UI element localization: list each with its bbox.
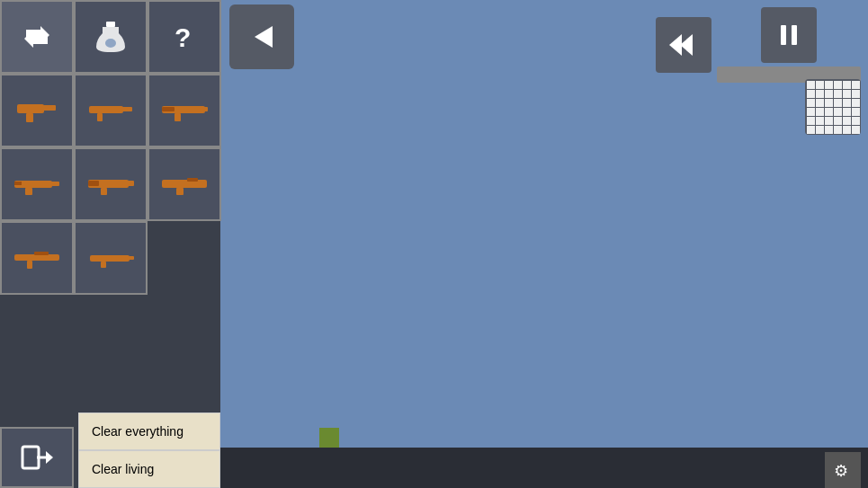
svg-marker-40 xyxy=(46,451,53,464)
svg-rect-26 xyxy=(187,178,198,182)
svg-rect-21 xyxy=(101,188,107,195)
context-menu: Clear everything Clear living xyxy=(78,413,220,488)
clear-everything-button[interactable]: Clear everything xyxy=(78,413,220,450)
svg-rect-7 xyxy=(42,105,56,111)
weapon-cell-sniper[interactable] xyxy=(0,221,74,295)
svg-rect-28 xyxy=(27,261,32,269)
top-controls xyxy=(656,7,861,83)
svg-rect-13 xyxy=(174,113,181,121)
svg-rect-30 xyxy=(90,255,130,262)
ground xyxy=(220,448,868,488)
svg-rect-11 xyxy=(89,108,98,111)
svg-rect-22 xyxy=(127,181,134,186)
shotgun-icon xyxy=(86,171,136,198)
exit-button[interactable] xyxy=(0,427,74,488)
carbine-icon xyxy=(86,244,136,271)
svg-rect-23 xyxy=(88,181,99,186)
svg-rect-6 xyxy=(26,113,33,122)
svg-rect-31 xyxy=(101,262,106,268)
svg-rect-5 xyxy=(17,104,44,113)
machinegun-icon xyxy=(13,171,62,198)
potion-icon xyxy=(94,20,128,54)
rewind-button[interactable] xyxy=(656,17,711,73)
svg-rect-36 xyxy=(781,25,786,45)
svg-rect-29 xyxy=(34,252,49,255)
weapon-cell-rifle[interactable] xyxy=(148,74,221,147)
svg-rect-9 xyxy=(97,113,103,121)
pause-icon xyxy=(774,21,803,49)
weapon-cell-pistol[interactable] xyxy=(0,74,74,147)
weapon-cell-heavyrifle[interactable] xyxy=(148,147,221,221)
toolbar: ? xyxy=(0,0,220,74)
item-button[interactable] xyxy=(74,0,148,74)
weapon-cell-shotgun[interactable] xyxy=(74,147,148,221)
svg-rect-38 xyxy=(22,447,39,468)
player-character xyxy=(319,428,339,448)
rewind-icon xyxy=(667,29,700,61)
svg-rect-19 xyxy=(14,182,22,185)
svg-rect-14 xyxy=(203,107,208,111)
svg-text:?: ? xyxy=(174,22,191,52)
clear-living-button[interactable]: Clear living xyxy=(78,450,220,488)
heavyrifle-icon xyxy=(160,171,210,198)
pause-button[interactable] xyxy=(761,7,817,63)
switch-icon xyxy=(19,19,55,55)
svg-rect-10 xyxy=(121,107,132,111)
svg-marker-34 xyxy=(680,34,693,56)
grid-icon xyxy=(807,81,860,134)
svg-text:⚙: ⚙ xyxy=(834,462,848,480)
pistol-icon xyxy=(13,97,62,124)
settings-icon: ⚙ xyxy=(832,459,854,481)
svg-rect-2 xyxy=(106,22,115,27)
help-icon: ? xyxy=(167,20,201,54)
sniper-icon xyxy=(13,244,62,271)
switch-button[interactable] xyxy=(0,0,74,74)
svg-rect-25 xyxy=(176,188,183,195)
weapon-cell-carbine[interactable] xyxy=(74,221,148,295)
weapon-grid xyxy=(0,74,220,295)
svg-rect-24 xyxy=(162,180,207,188)
settings-button[interactable]: ⚙ xyxy=(825,452,861,488)
svg-point-3 xyxy=(105,39,116,48)
back-arrow-icon xyxy=(246,21,278,53)
back-button[interactable] xyxy=(229,4,294,69)
svg-rect-18 xyxy=(50,182,59,186)
svg-marker-33 xyxy=(255,26,273,48)
svg-rect-32 xyxy=(128,256,134,260)
svg-rect-27 xyxy=(14,254,59,261)
svg-rect-17 xyxy=(25,188,32,195)
exit-icon xyxy=(17,438,57,477)
grid-toggle-button[interactable] xyxy=(805,79,861,135)
weapon-cell-smg[interactable] xyxy=(74,74,148,147)
weapon-cell-machinegun[interactable] xyxy=(0,147,74,221)
help-button[interactable]: ? xyxy=(148,0,221,74)
svg-marker-35 xyxy=(669,34,682,56)
rifle-icon xyxy=(160,97,210,124)
svg-rect-37 xyxy=(792,25,797,45)
smg-icon xyxy=(86,97,136,124)
svg-rect-15 xyxy=(162,107,174,111)
